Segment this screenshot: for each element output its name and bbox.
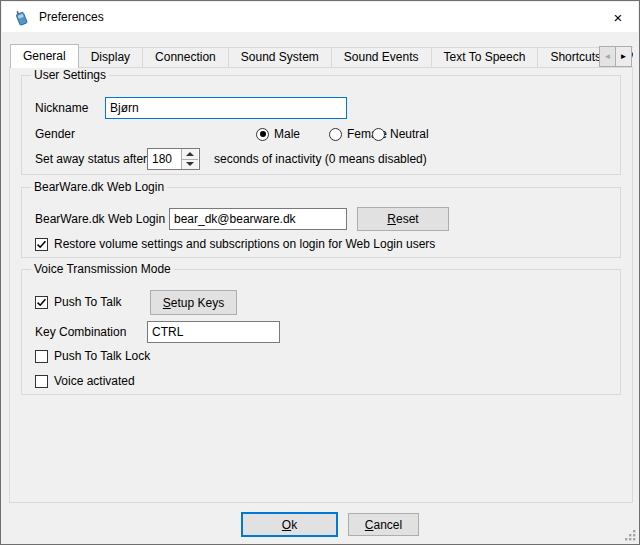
- button-label: ancel: [373, 518, 402, 532]
- key-combination-label: Key Combination: [35, 321, 126, 343]
- nickname-input[interactable]: [105, 97, 347, 119]
- checkbox-icon: [35, 296, 48, 309]
- setup-keys-button[interactable]: Setup Keys: [150, 290, 237, 315]
- tab-sound-system[interactable]: Sound System: [228, 47, 332, 68]
- spin-down-button[interactable]: [182, 160, 198, 170]
- group-title: User Settings: [31, 68, 109, 82]
- nickname-label: Nickname: [35, 97, 88, 119]
- tab-display[interactable]: Display: [78, 47, 143, 68]
- gender-radio-male[interactable]: Male: [256, 123, 300, 145]
- web-login-group: BearWare.dk Web Login BearWare.dk Web Lo…: [21, 187, 621, 258]
- close-button[interactable]: ×: [598, 2, 638, 32]
- checkbox-icon: [35, 350, 48, 363]
- window-title: Preferences: [39, 10, 104, 24]
- left-arrow-icon: ◄: [604, 52, 612, 61]
- button-label: k: [291, 518, 297, 532]
- teamtalk-app-icon: [13, 9, 30, 26]
- ok-button[interactable]: Ok: [241, 512, 338, 537]
- checkbox-label: Push To Talk Lock: [54, 349, 150, 363]
- resize-grip[interactable]: [623, 528, 636, 541]
- away-seconds-spinbox: [147, 148, 200, 170]
- up-arrow-icon: [186, 152, 194, 156]
- tab-scroll-left-button[interactable]: ◄: [599, 46, 616, 67]
- tab-general[interactable]: General: [10, 44, 79, 68]
- push-to-talk-checkbox[interactable]: Push To Talk: [35, 291, 122, 313]
- voice-activated-checkbox[interactable]: Voice activated: [35, 370, 135, 392]
- tab-scroll-buttons: ◄ ►: [600, 46, 632, 67]
- checkbox-icon: [35, 238, 48, 251]
- key-combination-input[interactable]: [147, 321, 280, 343]
- group-title: Voice Transmission Mode: [31, 262, 174, 276]
- away-status-label-before: Set away status after: [35, 148, 147, 170]
- spin-up-button[interactable]: [182, 149, 198, 160]
- checkbox-label: Push To Talk: [54, 295, 122, 309]
- radio-label: Male: [274, 127, 300, 141]
- group-title: BearWare.dk Web Login: [31, 180, 167, 194]
- push-to-talk-lock-checkbox[interactable]: Push To Talk Lock: [35, 345, 150, 367]
- away-status-label-after: seconds of inactivity (0 means disabled): [214, 148, 427, 170]
- voice-transmission-group: Voice Transmission Mode Push To Talk Set…: [21, 269, 621, 395]
- away-seconds-input[interactable]: [148, 149, 181, 169]
- checkbox-label: Voice activated: [54, 374, 135, 388]
- tab-connection[interactable]: Connection: [142, 47, 229, 68]
- preferences-dialog: Preferences × General Display Connection…: [0, 0, 640, 545]
- radio-label: Neutral: [390, 127, 429, 141]
- gender-label: Gender: [35, 123, 75, 145]
- restore-volume-checkbox[interactable]: Restore volume settings and subscription…: [35, 233, 435, 255]
- checkbox-icon: [35, 375, 48, 388]
- button-label: O: [282, 518, 291, 532]
- cancel-button[interactable]: Cancel: [348, 513, 419, 536]
- tab-sound-events[interactable]: Sound Events: [331, 47, 432, 68]
- web-login-id-input[interactable]: [169, 208, 347, 230]
- down-arrow-icon: [186, 162, 194, 166]
- button-label: S: [163, 296, 171, 310]
- close-icon: ×: [614, 9, 623, 26]
- radio-icon: [329, 128, 342, 141]
- web-login-id-label: BearWare.dk Web Login ID: [35, 208, 180, 230]
- tab-scroll-right-button[interactable]: ►: [615, 46, 632, 67]
- right-arrow-icon: ►: [620, 52, 628, 61]
- radio-icon: [256, 128, 269, 141]
- title-bar: Preferences ×: [2, 2, 638, 32]
- button-label: R: [387, 212, 396, 226]
- button-label: eset: [396, 212, 419, 226]
- tab-bar: General Display Connection Sound System …: [10, 43, 633, 68]
- radio-icon: [372, 128, 385, 141]
- spin-arrows: [181, 149, 198, 169]
- reset-button[interactable]: Reset: [357, 207, 449, 231]
- tab-text-to-speech[interactable]: Text To Speech: [431, 47, 539, 68]
- gender-radio-neutral[interactable]: Neutral: [372, 123, 429, 145]
- check-icon: [36, 297, 47, 308]
- user-settings-group: User Settings Nickname Gender Male Femal…: [21, 75, 621, 175]
- check-icon: [36, 239, 47, 250]
- button-label: etup Keys: [171, 296, 224, 310]
- checkbox-label: Restore volume settings and subscription…: [54, 237, 435, 251]
